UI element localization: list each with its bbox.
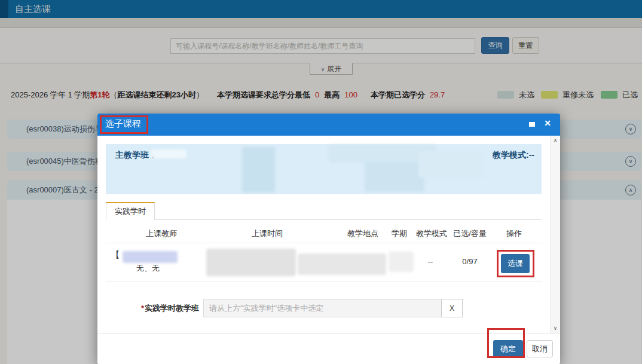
practice-class-input[interactable] — [203, 299, 442, 317]
chevron-down-icon[interactable]: ∨ — [551, 325, 560, 331]
redacted-text — [242, 147, 275, 192]
chevron-up-icon[interactable]: ∧ — [551, 137, 560, 143]
redacted-location — [389, 252, 414, 272]
redacted-text — [418, 151, 484, 178]
close-icon[interactable]: ✕ — [544, 118, 551, 128]
mode-value: -- — [418, 257, 442, 266]
select-subcourse-modal: 选子课程 ✕ ∧ ∨ 主教学班： 教学模式:-- 实践学时 上课教师 上课时间 … — [97, 114, 560, 364]
teacher-subtext: 无、无 — [136, 263, 160, 274]
table-divider — [106, 243, 542, 243]
redacted-text — [365, 162, 424, 192]
practice-class-field-label: *实践学时教学班 — [129, 303, 199, 314]
column-header-action: 操作 — [496, 228, 532, 239]
modal-scrollbar[interactable]: ∧ ∨ — [550, 136, 560, 333]
teaching-mode-label: 教学模式:-- — [493, 150, 534, 161]
tab-practice-hours[interactable]: 实践学时 — [106, 202, 155, 220]
select-course-button[interactable]: 选课 — [501, 254, 530, 273]
redacted-text — [151, 149, 187, 158]
minimize-icon[interactable] — [529, 122, 535, 127]
modal-title: 选子课程 — [105, 118, 141, 129]
modal-header[interactable]: 选子课程 ✕ — [97, 114, 560, 136]
required-asterisk: * — [141, 304, 144, 313]
confirm-button[interactable]: 确定 — [493, 340, 523, 357]
redacted-teacher-name — [123, 251, 178, 263]
row-divider — [106, 281, 542, 282]
column-header-capacity: 已选/容量 — [443, 228, 497, 239]
redacted-class-time — [298, 253, 386, 275]
annotation-box-title: 选子课程 — [100, 115, 148, 134]
column-header-teacher: 上课教师 — [126, 228, 197, 239]
tab-divider — [155, 219, 542, 220]
page: 自主选课 查询 重置 ∨展开 2025-2026 学年 1 学期第1轮（距选课结… — [0, 0, 642, 364]
clear-input-button[interactable]: X — [441, 299, 463, 317]
main-class-info-panel: 主教学班： 教学模式:-- — [106, 144, 542, 194]
capacity-value: 0/97 — [452, 257, 488, 266]
column-header-time: 上课时间 — [231, 228, 303, 239]
teacher-bracket: 【 — [111, 250, 120, 261]
cancel-button[interactable]: 取消 — [527, 340, 553, 357]
modal-footer: 确定 取消 — [97, 333, 560, 364]
column-header-location: 教学地点 — [336, 228, 390, 239]
redacted-class-time — [206, 249, 296, 276]
